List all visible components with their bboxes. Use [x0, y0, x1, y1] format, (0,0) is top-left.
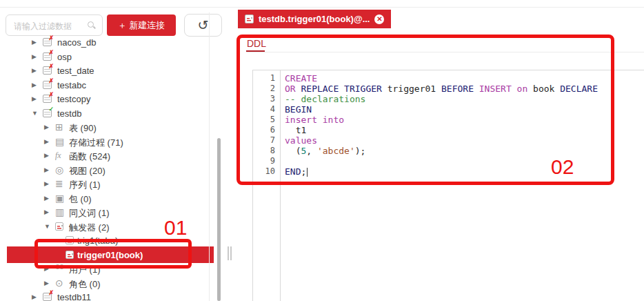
line-number: 5 [253, 115, 280, 125]
chevron-right-icon[interactable]: ▶ [44, 152, 49, 159]
code-line: CREATE [285, 73, 644, 84]
ddl-divider [246, 52, 644, 52]
tree-item-label: test_date [57, 66, 94, 76]
chevron-right-icon[interactable]: ▶ [44, 138, 49, 145]
tree-item-label: nacos_db [57, 37, 96, 48]
chevron-right-icon[interactable]: ▶ [44, 124, 49, 130]
line-number: 4 [253, 104, 280, 115]
database-icon: ✗ [43, 66, 52, 75]
line-number: 9 [253, 156, 280, 166]
code-line: BEGIN [285, 104, 644, 115]
chevron-right-icon[interactable]: ▶ [32, 81, 37, 88]
database-icon: ✗ [43, 95, 52, 103]
tree-item-label: 触发器 (2) [69, 222, 110, 234]
code-line: (5, 'abcde'); [285, 146, 644, 156]
connection-error-badge: ✗ [48, 289, 54, 296]
trigger-icon [66, 236, 74, 244]
chevron-right-icon[interactable]: ▶ [32, 293, 37, 300]
tree-item-testabc[interactable]: ▶✗testabc [0, 78, 228, 92]
role-icon: ⊙ [55, 278, 63, 288]
code-line: END; [285, 166, 644, 177]
chevron-right-icon[interactable]: ▶ [32, 67, 37, 74]
sidebar-border [209, 12, 210, 301]
trigger-icon [245, 14, 254, 23]
tree-item-0[interactable]: ▶⊙角色 (0) [0, 276, 228, 290]
code-line [285, 156, 644, 166]
database-icon: ✓ [43, 109, 52, 117]
panel-splitter-handle[interactable] [228, 246, 233, 260]
code-line: t1 [285, 125, 644, 135]
trigger-icon [66, 251, 74, 259]
close-icon[interactable]: ✕ [374, 14, 384, 24]
line-number: 3 [253, 94, 280, 104]
tree-item-osp[interactable]: ▶✗osp [0, 50, 228, 64]
tree-item-0[interactable]: ▶▣包 (0) [0, 191, 228, 205]
tree-item-1[interactable]: ▶≣序列 (1) [0, 177, 228, 191]
tree-item-label: 函数 (524) [69, 150, 110, 163]
code-line: -- declarations [285, 94, 644, 104]
sidebar-scrollbar[interactable] [217, 138, 221, 301]
database-icon: ✗ [43, 52, 52, 61]
tree-item-90[interactable]: ▶⊞表 (90) [0, 120, 228, 134]
tree-item-label: 序列 (1) [69, 179, 101, 191]
tree-item-test_date[interactable]: ▶✗test_date [0, 64, 228, 77]
text-cursor [307, 168, 308, 177]
tree-item-testdb11[interactable]: ▶✗testdb11 [0, 290, 228, 301]
tree-item-label: 包 (0) [69, 193, 92, 206]
chevron-right-icon[interactable]: ▶ [44, 180, 49, 187]
chevron-right-icon[interactable]: ▶ [44, 208, 49, 215]
chevron-right-icon[interactable]: ▶ [32, 95, 37, 102]
chevron-right-icon[interactable]: ▶ [32, 39, 37, 46]
search-icon [88, 21, 96, 30]
tab-ddl[interactable]: DDL [247, 38, 266, 49]
tab-label: testdb.trigger01(book)@... [259, 14, 370, 24]
tree-item-524[interactable]: ▶fx函数 (524) [0, 148, 228, 162]
connection-error-badge: ✗ [48, 77, 54, 84]
tree-item-20[interactable]: ▶◎视图 (20) [0, 163, 228, 177]
sequence-icon: ≣ [55, 179, 63, 188]
line-number: 6 [253, 125, 280, 135]
ddl-code-editor[interactable]: 12345678910 CREATEOR REPLACE TRIGGER tri… [252, 70, 644, 301]
tree-item-1[interactable]: ▶▥同义词 (1) [0, 205, 228, 219]
tree-item-71[interactable]: ▶▤存储过程 (71) [0, 135, 228, 148]
tree-item-label: 同义词 (1) [69, 207, 110, 220]
chevron-right-icon[interactable]: ▶ [44, 166, 49, 173]
code-line: insert into [285, 115, 644, 125]
tree-item-2[interactable]: ▼触发器 (2) [0, 220, 228, 233]
tree-item-label: 视图 (20) [69, 165, 105, 177]
code-line: OR REPLACE TRIGGER trigger01 BEFORE INSE… [285, 84, 644, 94]
connection-error-badge: ✗ [48, 49, 54, 56]
database-icon: ✗ [43, 81, 52, 89]
app-window: ＋ 新建连接 ↺ ▶✗nacos_db▶✗osp▶✗test_date▶✗tes… [0, 0, 644, 301]
tree-item-testdb[interactable]: ▼✓testdb [0, 106, 228, 120]
tab-trigger01-ddl[interactable]: testdb.trigger01(book)@... ✕ [238, 10, 391, 28]
chevron-right-icon[interactable]: ▶ [44, 195, 49, 202]
connection-error-badge: ✗ [48, 91, 54, 98]
line-number: 2 [253, 84, 280, 94]
tree-item-label: 存储过程 (71) [69, 137, 123, 149]
connection-ok-badge: ✓ [48, 106, 54, 113]
tree-item-1[interactable]: ▶用户 (1) [0, 262, 228, 275]
chevron-down-icon[interactable]: ▼ [32, 110, 38, 117]
tree-item-nacos_db[interactable]: ▶✗nacos_db [0, 35, 228, 49]
view-icon: ◎ [55, 165, 63, 175]
chevron-down-icon[interactable]: ▼ [44, 223, 50, 230]
tree-item-label: 用户 (1) [69, 264, 101, 276]
tree-item-trigger01-book[interactable]: trigger01(book) [0, 248, 228, 262]
trigger-icon [55, 222, 63, 231]
code-area[interactable]: CREATEOR REPLACE TRIGGER trigger01 BEFOR… [285, 70, 644, 177]
line-number: 8 [253, 146, 280, 156]
tree-item-testcopy[interactable]: ▶✗testcopy [0, 92, 228, 106]
chevron-right-icon[interactable]: ▶ [44, 265, 49, 272]
database-icon: ✗ [43, 293, 52, 301]
chevron-right-icon[interactable]: ▶ [44, 280, 49, 287]
database-icon: ✗ [43, 38, 52, 46]
tree-item-label: testdb11 [57, 292, 91, 301]
tree-item-trig1-taba[interactable]: trig1(taba) [0, 233, 228, 247]
procedure-icon: ▤ [55, 137, 64, 146]
refresh-icon: ↺ [198, 18, 209, 32]
chevron-right-icon[interactable]: ▶ [32, 53, 37, 60]
code-line: values [285, 135, 644, 146]
connection-error-badge: ✗ [48, 63, 54, 70]
tree-item-label: 角色 (0) [69, 278, 101, 291]
